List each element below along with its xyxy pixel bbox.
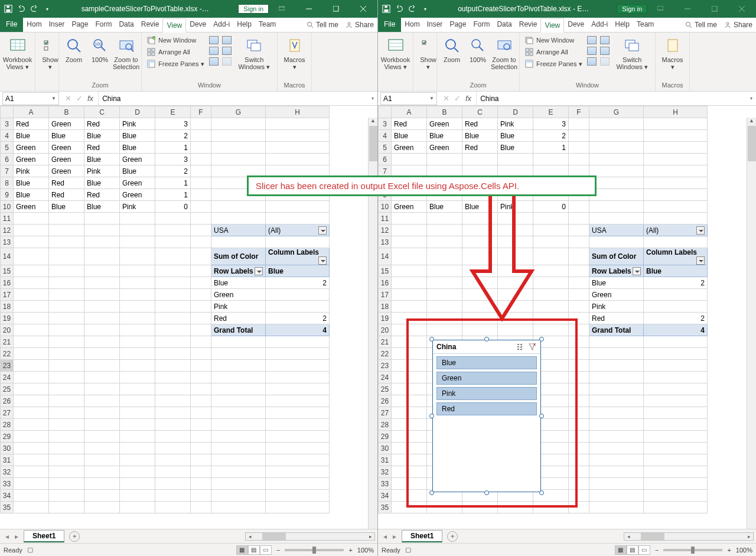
- tab-formulas[interactable]: Form: [92, 18, 115, 32]
- tab-team[interactable]: Team: [633, 18, 657, 32]
- maximize-icon[interactable]: [702, 0, 728, 18]
- view-mode-buttons[interactable]: ▦▤▭: [615, 545, 650, 555]
- spreadsheet-grid[interactable]: ABCDEFGH3RedGreenRedPink34BlueBlueBlueBl…: [0, 106, 330, 513]
- tab-page[interactable]: Page: [68, 18, 92, 32]
- formula-input[interactable]: China: [476, 92, 747, 105]
- zoom-button[interactable]: Zoom: [61, 35, 86, 64]
- tab-home[interactable]: Hom: [23, 18, 45, 32]
- qat-dropdown-icon[interactable]: ▾: [43, 4, 52, 14]
- undo-icon[interactable]: [17, 4, 26, 14]
- tab-view[interactable]: View: [540, 18, 564, 32]
- arrange-all-button[interactable]: Arrange All: [522, 47, 585, 57]
- sheet-tab[interactable]: Sheet1: [402, 530, 442, 542]
- fx-icon[interactable]: fx: [87, 94, 93, 103]
- tab-developer[interactable]: Deve: [186, 18, 210, 32]
- workbook-views-button[interactable]: Workbook Views ▾: [380, 35, 410, 71]
- tab-data[interactable]: Data: [493, 18, 515, 32]
- zoom-100-button[interactable]: 100100%: [87, 35, 112, 64]
- sheet-tab[interactable]: Sheet1: [24, 530, 64, 542]
- tellme-search[interactable]: Tell me: [682, 18, 721, 32]
- zoom-selection-button[interactable]: Zoom to Selection: [113, 35, 139, 71]
- name-box[interactable]: A1▼: [380, 92, 437, 105]
- cancel-formula-icon[interactable]: ✕: [65, 94, 71, 103]
- tab-insert[interactable]: Inser: [423, 18, 447, 32]
- signin-button[interactable]: Sign in: [238, 4, 269, 14]
- switch-windows-button[interactable]: Switch Windows ▾: [612, 35, 653, 71]
- ribbon-display-icon[interactable]: [647, 0, 673, 18]
- maximize-icon[interactable]: [323, 0, 349, 18]
- close-icon[interactable]: [729, 0, 755, 18]
- signin-button[interactable]: Sign in: [617, 4, 647, 14]
- zoom-percent[interactable]: 100%: [736, 547, 752, 554]
- zoom-percent[interactable]: 100%: [357, 547, 374, 554]
- window-mini-icons-1[interactable]: [208, 35, 220, 67]
- close-icon[interactable]: [350, 0, 376, 18]
- share-button[interactable]: Share: [721, 18, 756, 32]
- horizontal-scrollbar[interactable]: ◂▸: [624, 532, 754, 541]
- tab-addins[interactable]: Add-i: [588, 18, 611, 32]
- view-mode-buttons[interactable]: ▦▤▭: [236, 545, 272, 555]
- tab-view[interactable]: View: [162, 18, 186, 32]
- enter-formula-icon[interactable]: ✓: [76, 94, 83, 103]
- fx-icon[interactable]: fx: [465, 94, 471, 103]
- add-sheet-button[interactable]: +: [447, 531, 458, 542]
- share-button[interactable]: Share: [342, 18, 377, 32]
- tab-file[interactable]: File: [0, 18, 23, 32]
- ribbon-display-icon[interactable]: [269, 0, 295, 18]
- window-mini-icons-1[interactable]: [586, 35, 598, 67]
- macros-button[interactable]: Macros ▾: [280, 35, 309, 71]
- zoom-selection-button[interactable]: Zoom to Selection: [491, 35, 517, 71]
- vertical-scrollbar[interactable]: ▲: [747, 118, 756, 529]
- zoom-in-icon[interactable]: +: [727, 547, 731, 554]
- macro-record-icon[interactable]: ▢: [27, 546, 33, 554]
- freeze-panes-button[interactable]: Freeze Panes ▾: [522, 58, 585, 69]
- cancel-formula-icon[interactable]: ✕: [443, 94, 449, 103]
- expand-formula-icon[interactable]: ▾: [747, 96, 756, 101]
- zoom-out-icon[interactable]: −: [655, 547, 659, 554]
- workbook-views-button[interactable]: Workbook Views ▾: [2, 35, 32, 71]
- tab-team[interactable]: Team: [255, 18, 279, 32]
- switch-windows-button[interactable]: Switch Windows ▾: [234, 35, 275, 71]
- zoom-slider[interactable]: [663, 549, 722, 551]
- window-mini-icons-2[interactable]: [221, 35, 233, 67]
- tab-data[interactable]: Data: [115, 18, 137, 32]
- redo-icon[interactable]: [30, 4, 39, 14]
- tab-help[interactable]: Help: [611, 18, 633, 32]
- tab-developer[interactable]: Deve: [564, 18, 588, 32]
- zoom-slider[interactable]: [285, 549, 344, 551]
- minimize-icon[interactable]: [296, 0, 322, 18]
- freeze-panes-button[interactable]: Freeze Panes ▾: [144, 58, 207, 69]
- save-icon[interactable]: [382, 4, 391, 14]
- zoom-in-icon[interactable]: +: [348, 547, 352, 554]
- new-window-button[interactable]: New Window: [522, 35, 585, 45]
- undo-icon[interactable]: [395, 4, 404, 14]
- save-icon[interactable]: [4, 4, 13, 14]
- tab-addins[interactable]: Add-i: [210, 18, 233, 32]
- zoom-out-icon[interactable]: −: [276, 547, 280, 554]
- tab-review[interactable]: Revie: [138, 18, 163, 32]
- qat-dropdown-icon[interactable]: ▾: [421, 4, 430, 14]
- sheet-nav[interactable]: ◂▸: [378, 532, 402, 541]
- zoom-100-button[interactable]: 100%: [465, 35, 490, 64]
- horizontal-scrollbar[interactable]: ◂▸: [245, 532, 375, 541]
- tab-help[interactable]: Help: [233, 18, 255, 32]
- enter-formula-icon[interactable]: ✓: [454, 94, 461, 103]
- tab-file[interactable]: File: [378, 18, 401, 32]
- macro-record-icon[interactable]: ▢: [405, 546, 411, 554]
- minimize-icon[interactable]: [674, 0, 700, 18]
- add-sheet-button[interactable]: +: [69, 531, 80, 542]
- sheet-nav[interactable]: ◂▸: [0, 532, 24, 541]
- tab-formulas[interactable]: Form: [470, 18, 493, 32]
- tab-review[interactable]: Revie: [516, 18, 541, 32]
- new-window-button[interactable]: +New Window: [144, 35, 207, 45]
- tab-page[interactable]: Page: [446, 18, 470, 32]
- tab-insert[interactable]: Inser: [45, 18, 69, 32]
- arrange-all-button[interactable]: Arrange All: [144, 47, 207, 57]
- window-mini-icons-2[interactable]: [599, 35, 611, 67]
- expand-formula-icon[interactable]: ▾: [368, 96, 377, 101]
- zoom-button[interactable]: Zoom: [439, 35, 464, 64]
- tab-home[interactable]: Hom: [401, 18, 423, 32]
- tellme-search[interactable]: Tell me: [303, 18, 342, 32]
- formula-input[interactable]: China: [98, 92, 368, 105]
- redo-icon[interactable]: [408, 4, 417, 14]
